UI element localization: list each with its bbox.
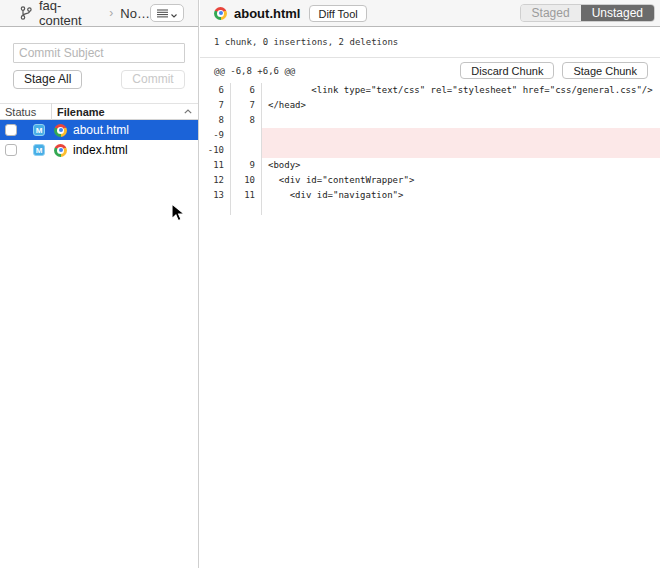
commit-area: Stage All Commit — [0, 27, 198, 89]
git-branch-icon — [20, 6, 32, 20]
diff-line[interactable]: 7 7 </head> — [200, 98, 660, 113]
old-line-number: 7 — [200, 98, 231, 113]
diff-line-text — [262, 128, 660, 143]
new-line-number — [231, 128, 262, 143]
column-header-filename[interactable]: Filename — [52, 106, 184, 118]
diff-line-deleted[interactable]: -9 — [200, 128, 660, 143]
diff-line-deleted[interactable]: -10 — [200, 143, 660, 158]
filename-label: index.html — [73, 143, 128, 157]
old-line-number: 6 — [200, 83, 231, 98]
commit-sidebar: faq-content › No… Stag — [0, 0, 199, 568]
file-table-header: Status Filename — [0, 103, 198, 120]
old-line-number: 13 — [200, 188, 231, 203]
breadcrumb-separator-icon: › — [109, 6, 113, 20]
new-line-number: 8 — [231, 113, 262, 128]
stage-checkbox[interactable] — [5, 124, 17, 136]
column-header-status[interactable]: Status — [0, 106, 51, 118]
staged-filter-segmented-control: Staged Unstaged — [520, 4, 655, 22]
commit-button[interactable]: Commit — [121, 70, 185, 89]
diff-gutter-filler — [200, 203, 660, 215]
old-line-number: 8 — [200, 113, 231, 128]
html-file-icon — [54, 124, 67, 137]
branch-toolbar: faq-content › No… — [0, 0, 198, 27]
diff-summary: 1 chunk, 0 insertions, 2 deletions — [200, 27, 660, 58]
gitup-window: faq-content › No… Stag — [0, 0, 660, 568]
chevron-down-icon — [171, 6, 177, 21]
modified-status-badge: M — [33, 144, 45, 156]
diff-line[interactable]: 11 9 <body> — [200, 158, 660, 173]
file-table: Status Filename M about.html M i — [0, 103, 198, 160]
old-line-number: -9 — [200, 128, 231, 143]
new-line-number: 6 — [231, 83, 262, 98]
diff-panel: about.html Diff Tool Staged Unstaged 1 c… — [200, 0, 660, 568]
chunk-header: @@ -6,8 +6,6 @@ Discard Chunk Stage Chun… — [200, 58, 660, 83]
diff-line[interactable]: 13 11 <div id="navigation"> — [200, 188, 660, 203]
hunk-range-label: @@ -6,8 +6,6 @@ — [214, 66, 295, 76]
old-line-number: -10 — [200, 143, 231, 158]
diff-line[interactable]: 12 10 <div id="contentWrapper"> — [200, 173, 660, 188]
diff-line-text: </head> — [262, 98, 660, 113]
stage-all-button[interactable]: Stage All — [13, 70, 82, 89]
sort-ascending-icon[interactable] — [184, 109, 192, 114]
segment-unstaged[interactable]: Unstaged — [581, 5, 654, 21]
diff-line-text: <link type="text/css" rel="stylesheet" h… — [262, 83, 660, 98]
new-line-number: 9 — [231, 158, 262, 173]
list-menu-button[interactable] — [150, 4, 184, 22]
diff-line-text: <div id="contentWrapper"> — [262, 173, 660, 188]
html-file-icon — [54, 144, 67, 157]
new-line-number — [231, 143, 262, 158]
new-line-number: 10 — [231, 173, 262, 188]
diff-toolbar: about.html Diff Tool Staged Unstaged — [200, 0, 660, 27]
old-line-number: 12 — [200, 173, 231, 188]
discard-chunk-button[interactable]: Discard Chunk — [460, 62, 554, 79]
segment-staged[interactable]: Staged — [521, 5, 581, 21]
file-row-index[interactable]: M index.html — [0, 140, 198, 160]
breadcrumb-target[interactable]: No… — [120, 6, 150, 21]
diff-view: 6 6 <link type="text/css" rel="styleshee… — [200, 83, 660, 215]
hamburger-icon — [157, 6, 168, 21]
diff-line[interactable]: 8 8 — [200, 113, 660, 128]
new-line-number: 11 — [231, 188, 262, 203]
modified-status-badge: M — [33, 124, 45, 136]
diff-line[interactable]: 6 6 <link type="text/css" rel="styleshee… — [200, 83, 660, 98]
file-title: about.html — [234, 6, 300, 21]
file-row-about[interactable]: M about.html — [0, 120, 198, 140]
stage-checkbox[interactable] — [5, 144, 17, 156]
filename-label: about.html — [73, 123, 129, 137]
diff-line-text: <body> — [262, 158, 660, 173]
old-line-number: 11 — [200, 158, 231, 173]
diff-line-text — [262, 113, 660, 128]
branch-name[interactable]: faq-content — [39, 0, 102, 28]
new-line-number: 7 — [231, 98, 262, 113]
html-file-icon — [214, 7, 227, 20]
commit-subject-input[interactable] — [13, 43, 185, 63]
diff-tool-button[interactable]: Diff Tool — [309, 5, 366, 22]
diff-line-text — [262, 143, 660, 158]
stage-chunk-button[interactable]: Stage Chunk — [562, 62, 648, 79]
diff-line-text: <div id="navigation"> — [262, 188, 660, 203]
